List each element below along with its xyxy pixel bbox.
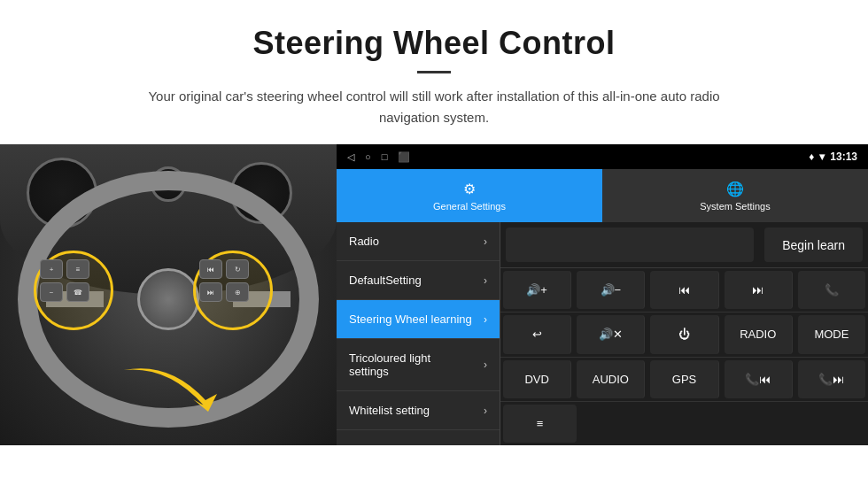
steering-wheel-bg: + ≡ − ☎ ⏮ ↻ ⏭ ⊕: [0, 144, 337, 445]
status-right-area: ♦ ▾ 13:13: [809, 150, 857, 163]
tab-system-settings[interactable]: 🌐 System Settings: [602, 169, 868, 222]
menu-item-radio-label: Radio: [349, 235, 379, 248]
recents-icon: □: [382, 151, 388, 162]
learn-input-cell: [506, 228, 754, 262]
sw-btn-mute: ⊕: [226, 282, 249, 302]
power-button[interactable]: ⏻: [650, 315, 718, 353]
home-icon: ○: [365, 151, 371, 162]
radio-button[interactable]: RADIO: [725, 315, 793, 353]
clock: 13:13: [830, 150, 857, 163]
btn-row-3: DVD AUDIO GPS 📞⏮: [500, 358, 868, 402]
menu-content-area: Radio › DefaultSetting › Steering Wheel …: [337, 222, 868, 445]
phone-button[interactable]: 📞: [798, 271, 865, 309]
btn-row-1: 🔊+ 🔊− ⏮ ⏭ 📞: [500, 268, 868, 312]
sw-buttons-right: ⏮ ↻ ⏭ ⊕: [199, 259, 249, 302]
mute-icon: 🔊✕: [599, 328, 623, 341]
phone-next-icon: 📞⏭: [818, 373, 844, 386]
sw-btn-next: ⏭: [199, 282, 222, 302]
begin-learn-button[interactable]: Begin learn: [764, 228, 863, 262]
menu-item-default-label: DefaultSetting: [349, 274, 422, 287]
menu-item-whitelist-label: Whitelist setting: [349, 404, 430, 417]
audio-button[interactable]: AUDIO: [577, 360, 645, 398]
list-button[interactable]: ≡: [503, 405, 577, 443]
android-ui-panel: ◁ ○ □ ⬛ ♦ ▾ 13:13 ⚙ General Settings: [337, 144, 868, 445]
back-icon: ◁: [347, 151, 354, 163]
next-track-button[interactable]: ⏭: [725, 271, 793, 309]
chevron-radio: ›: [484, 235, 487, 248]
arrow-indicator: [115, 357, 230, 428]
page-title: Steering Wheel Control: [35, 25, 833, 62]
vol-up-icon: 🔊+: [526, 283, 547, 297]
steering-wheel-panel: + ≡ − ☎ ⏮ ↻ ⏭ ⊕: [0, 144, 337, 445]
button-grid: 🔊+ 🔊− ⏮ ⏭ 📞: [500, 268, 868, 445]
mute-button[interactable]: 🔊✕: [577, 315, 645, 353]
mode-button[interactable]: MODE: [798, 315, 865, 353]
phone-icon: 📞: [825, 283, 839, 297]
sw-btn-mode: ≡: [66, 259, 89, 279]
dvd-label: DVD: [524, 373, 548, 386]
sw-btn-vol-down: −: [40, 282, 63, 302]
vol-down-icon: 🔊−: [601, 283, 622, 297]
page-wrapper: Steering Wheel Control Your original car…: [0, 0, 868, 445]
menu-list: Radio › DefaultSetting › Steering Wheel …: [337, 222, 500, 445]
list-icon: ≡: [537, 417, 544, 430]
status-nav-icons: ◁ ○ □ ⬛: [347, 151, 410, 163]
chevron-tricoloured: ›: [484, 359, 487, 371]
general-settings-icon: ⚙: [463, 181, 476, 197]
vol-up-button[interactable]: 🔊+: [503, 271, 571, 309]
steering-wheel-center: [137, 268, 199, 330]
menu-item-tricoloured-label: Tricoloured lightsettings: [349, 351, 430, 378]
status-bar: ◁ ○ □ ⬛ ♦ ▾ 13:13: [337, 144, 868, 169]
menu-icon: ⬛: [398, 151, 410, 163]
sw-btn-seek: ↻: [226, 259, 249, 279]
tab-general-label: General Settings: [433, 201, 506, 212]
chevron-default: ›: [484, 274, 487, 287]
system-settings-icon: 🌐: [726, 181, 744, 197]
tab-general-settings[interactable]: ⚙ General Settings: [337, 169, 602, 222]
dvd-button[interactable]: DVD: [503, 360, 571, 398]
btn-row-2: ↩ 🔊✕ ⏻ RADIO MO: [500, 312, 868, 357]
btn-row-4: ≡: [500, 402, 868, 445]
menu-item-radio[interactable]: Radio ›: [337, 222, 500, 261]
next-track-icon: ⏭: [752, 283, 763, 297]
phone-prev-icon: 📞⏮: [745, 373, 771, 386]
sw-buttons-left: + ≡ − ☎: [40, 259, 89, 302]
vol-down-button[interactable]: 🔊−: [577, 271, 645, 309]
header-description: Your original car's steering wheel contr…: [124, 86, 744, 128]
menu-item-steering-wheel[interactable]: Steering Wheel learning ›: [337, 300, 500, 339]
sw-btn-call: ☎: [66, 282, 89, 302]
phone-prev-button[interactable]: 📞⏮: [725, 360, 793, 398]
content-area: Begin learn 🔊+ 🔊−: [500, 222, 868, 445]
menu-item-tricoloured[interactable]: Tricoloured lightsettings ›: [337, 339, 500, 391]
tab-system-label: System Settings: [700, 201, 770, 212]
signal-icon: ♦: [809, 150, 814, 163]
return-icon: ↩: [532, 328, 542, 341]
gps-button[interactable]: GPS: [650, 360, 718, 398]
phone-next-button[interactable]: 📞⏭: [798, 360, 865, 398]
prev-track-icon: ⏮: [678, 283, 690, 297]
tab-bar: ⚙ General Settings 🌐 System Settings: [337, 169, 868, 222]
sw-btn-prev: ⏮: [199, 259, 222, 279]
gps-label: GPS: [672, 373, 696, 386]
main-content: + ≡ − ☎ ⏮ ↻ ⏭ ⊕: [0, 144, 868, 445]
menu-item-default-setting[interactable]: DefaultSetting ›: [337, 261, 500, 300]
chevron-whitelist: ›: [484, 405, 487, 417]
sw-btn-vol-up: +: [40, 259, 63, 279]
return-button[interactable]: ↩: [503, 315, 571, 353]
menu-item-whitelist[interactable]: Whitelist setting ›: [337, 391, 500, 430]
power-icon: ⏻: [678, 328, 690, 341]
chevron-steering: ›: [484, 313, 487, 326]
mode-label: MODE: [814, 328, 849, 341]
header-section: Steering Wheel Control Your original car…: [0, 0, 868, 144]
wifi-icon: ▾: [819, 150, 825, 163]
menu-item-steering-label: Steering Wheel learning: [349, 312, 472, 326]
audio-label: AUDIO: [593, 373, 629, 386]
top-row: Begin learn: [500, 222, 868, 268]
radio-label: RADIO: [740, 328, 776, 341]
prev-track-button[interactable]: ⏮: [650, 271, 718, 309]
header-divider: [417, 71, 451, 73]
